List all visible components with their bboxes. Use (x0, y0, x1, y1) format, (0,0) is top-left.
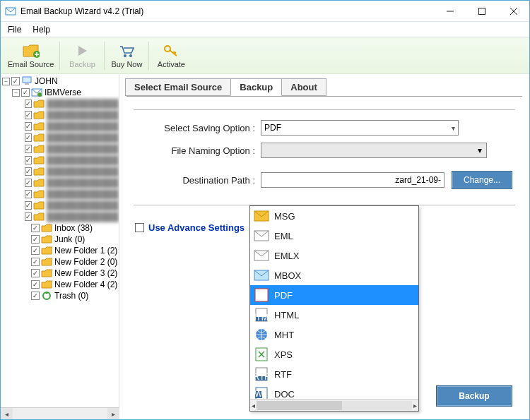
leaf-icon (22, 100, 23, 108)
option-label: MBOX (274, 270, 301, 281)
tool-label: Activate (158, 60, 185, 68)
key-icon (163, 42, 179, 59)
node-label: IBMVerse (45, 88, 81, 97)
checkbox[interactable] (25, 122, 32, 131)
tool-activate[interactable]: Activate (151, 39, 192, 73)
body: − JOHN − IBMVerse ██████████████████████… (1, 74, 529, 419)
dropdown-option-mbox[interactable]: MBOX (250, 265, 418, 285)
scroll-track[interactable] (257, 401, 412, 410)
expand-icon[interactable]: − (12, 89, 20, 97)
tree-node-folder[interactable]: Inbox (38) (2, 222, 119, 234)
node-label: ████████████ (47, 178, 119, 188)
tree-node-folder[interactable]: ████████████ (2, 166, 119, 177)
tree-node-folder[interactable]: New Folder 3 (2) (2, 268, 119, 279)
checkbox[interactable] (31, 235, 40, 244)
tab-select-source[interactable]: Select Email Source (125, 78, 231, 96)
checkbox[interactable] (31, 246, 40, 255)
leaf-icon (22, 179, 23, 187)
tree-node-folder[interactable]: ████████████ (2, 98, 119, 109)
tree-node-folder[interactable]: ████████████ (2, 177, 119, 188)
tree[interactable]: − JOHN − IBMVerse ██████████████████████… (1, 74, 119, 407)
backup-button[interactable]: Backup (436, 385, 512, 407)
checkbox[interactable] (31, 258, 40, 266)
checkbox[interactable] (21, 88, 30, 97)
tree-node-root[interactable]: − JOHN (2, 76, 119, 87)
dropdown-hscroll[interactable]: ◂ ▸ (250, 399, 418, 411)
tool-email-source[interactable]: Email Source (4, 39, 58, 73)
dropdown-option-doc[interactable]: WDOC (250, 384, 418, 399)
dropdown-option-emlx[interactable]: EMLX (250, 246, 418, 265)
checkbox[interactable] (25, 179, 32, 187)
minimize-button[interactable] (434, 1, 466, 21)
checkbox[interactable] (25, 145, 32, 153)
dropdown-option-eml[interactable]: EML (250, 226, 418, 246)
scroll-right-icon[interactable]: ▸ (107, 408, 119, 420)
scroll-track[interactable] (13, 408, 107, 420)
change-button[interactable]: Change... (452, 171, 512, 189)
svg-text:RTF: RTF (253, 372, 269, 381)
checkbox[interactable] (31, 269, 40, 277)
tree-node-folder[interactable]: Junk (0) (2, 234, 119, 245)
checkbox[interactable] (25, 190, 32, 198)
dropdown-option-html[interactable]: HTMLHTML (250, 305, 418, 325)
tree-node-folder[interactable]: ████████████ (2, 188, 119, 200)
checkbox[interactable] (25, 156, 32, 164)
dropdown-list[interactable]: MSGEMLEMLXMBOXPDFHTMLHTMLMHTXPSRTFRTFWDO… (250, 206, 418, 399)
checkbox[interactable] (25, 212, 32, 221)
tool-buy-now[interactable]: Buy Now (106, 39, 147, 73)
tree-node-account[interactable]: − IBMVerse (2, 87, 119, 98)
tool-backup[interactable]: Backup (61, 39, 102, 73)
tree-node-folder[interactable]: Trash (0) (2, 290, 119, 301)
scroll-thumb[interactable] (257, 401, 342, 410)
tree-node-folder[interactable]: ████████████ (2, 155, 119, 166)
tree-node-folder[interactable]: New Folder 2 (0) (2, 256, 119, 268)
tree-node-folder[interactable]: ████████████ (2, 132, 119, 143)
dropdown-option-pdf[interactable]: PDF (250, 285, 418, 305)
checkbox[interactable] (31, 292, 40, 300)
checkbox[interactable] (25, 201, 32, 210)
app-window: Email Backup Wizard v4.2 (Trial) File He… (0, 0, 530, 420)
close-button[interactable] (497, 1, 529, 21)
dropdown-option-xps[interactable]: XPS (250, 344, 418, 364)
tree-node-folder[interactable]: ████████████ (2, 200, 119, 211)
folder-icon (41, 223, 52, 233)
leaf-icon (22, 168, 23, 176)
saving-option-combo[interactable]: PDF ▾ (261, 120, 459, 136)
titlebar: Email Backup Wizard v4.2 (Trial) (1, 1, 529, 22)
checkbox[interactable] (135, 223, 144, 232)
tree-node-folder[interactable]: ████████████ (2, 109, 119, 121)
mbox-icon (253, 268, 270, 282)
checkbox[interactable] (25, 167, 32, 176)
destination-input[interactable]: zard_21-09- (261, 172, 444, 188)
folder-icon (33, 110, 45, 120)
dropdown-option-mht[interactable]: MHT (250, 325, 418, 344)
checkbox[interactable] (25, 100, 32, 108)
dropdown-option-msg[interactable]: MSG (250, 206, 418, 226)
leaf-icon (22, 258, 30, 266)
checkbox[interactable] (25, 133, 32, 142)
scroll-left-icon[interactable]: ◂ (252, 402, 255, 409)
tab-about[interactable]: About (281, 78, 326, 96)
checkbox[interactable] (31, 224, 40, 232)
naming-option-combo[interactable]: ▾ (261, 143, 487, 158)
tab-backup[interactable]: Backup (230, 78, 282, 96)
tree-node-folder[interactable]: New Folder 1 (2) (2, 245, 119, 256)
dropdown-option-rtf[interactable]: RTFRTF (250, 364, 418, 384)
tree-hscroll[interactable]: ◂ ▸ (1, 407, 119, 419)
leaf-icon (22, 270, 30, 277)
folder-icon (33, 189, 45, 199)
menu-file[interactable]: File (2, 23, 27, 36)
tree-node-folder[interactable]: ████████████ (2, 211, 119, 222)
checkbox[interactable] (25, 111, 32, 119)
tree-node-folder[interactable]: ████████████ (2, 121, 119, 132)
tree-node-folder[interactable]: ████████████ (2, 143, 119, 155)
scroll-left-icon[interactable]: ◂ (1, 408, 13, 420)
maximize-button[interactable] (466, 1, 497, 21)
checkbox[interactable] (11, 77, 20, 85)
saving-option-dropdown[interactable]: MSGEMLEMLXMBOXPDFHTMLHTMLMHTXPSRTFRTFWDO… (249, 205, 419, 412)
scroll-right-icon[interactable]: ▸ (413, 402, 417, 409)
checkbox[interactable] (31, 280, 40, 289)
menu-help[interactable]: Help (27, 23, 56, 36)
expand-icon[interactable]: − (2, 78, 10, 85)
tree-node-folder[interactable]: New Folder 4 (2) (2, 279, 119, 290)
